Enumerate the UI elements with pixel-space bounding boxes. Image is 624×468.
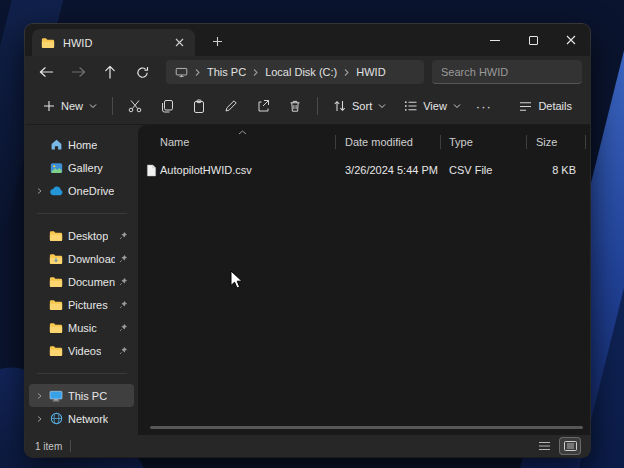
chevron-down-icon (89, 103, 97, 109)
share-icon (256, 99, 270, 113)
folder-icon (48, 253, 64, 265)
sidebar-item-label: Downloads (68, 253, 115, 265)
back-button[interactable] (38, 66, 54, 78)
sidebar-item-onedrive[interactable]: OneDrive (29, 179, 134, 202)
details-view-icon (564, 441, 577, 451)
desktop: HWID (0, 0, 624, 468)
pin-icon (119, 254, 128, 263)
sidebar-item-downloads[interactable]: Downloads (29, 247, 134, 270)
view-button-label: View (423, 100, 447, 112)
share-button[interactable] (248, 93, 278, 119)
sidebar-item-music[interactable]: Music (29, 316, 134, 339)
chevron-down-icon (378, 103, 386, 109)
plus-icon (43, 100, 55, 112)
explorer-tab[interactable]: HWID (32, 29, 195, 56)
sidebar-item-pictures[interactable]: Pictures (29, 293, 134, 316)
status-separator (70, 440, 71, 452)
item-count: 1 item (35, 441, 62, 452)
tab-close-icon[interactable] (171, 35, 187, 51)
details-button-label: Details (538, 100, 572, 112)
folder-icon (40, 37, 56, 49)
refresh-button[interactable] (134, 66, 150, 79)
sidebar-item-label: Videos (68, 345, 101, 357)
sidebar-item-label: This PC (68, 390, 107, 402)
chevron-down-icon (453, 103, 461, 109)
breadcrumb[interactable]: This PC Local Disk (C:) HWID (166, 60, 424, 84)
details-pane-button[interactable]: Details (511, 94, 580, 118)
sidebar-item-documents[interactable]: Documents (29, 270, 134, 293)
sidebar-item-gallery[interactable]: Gallery (29, 156, 134, 179)
expand-chevron-icon (36, 187, 43, 195)
copy-button[interactable] (152, 93, 182, 119)
sidebar-item-label: Pictures (68, 299, 108, 311)
status-bar: 1 item (25, 435, 590, 457)
folder-icon (48, 299, 64, 311)
minimize-button[interactable] (476, 24, 514, 56)
folder-icon (48, 322, 64, 334)
paste-button[interactable] (184, 93, 214, 119)
horizontal-scrollbar[interactable] (150, 426, 583, 429)
sidebar-item-label: Home (68, 139, 97, 151)
column-header-type[interactable]: Type (441, 134, 527, 150)
file-row[interactable]: AutopilotHWID.csv 3/26/2024 5:44 PM CSV … (138, 159, 590, 181)
sidebar-item-desktop[interactable]: Desktop (29, 224, 134, 247)
expand-chevron-icon (36, 392, 43, 400)
delete-icon (288, 99, 302, 113)
sort-icon (333, 100, 346, 112)
up-button[interactable] (102, 65, 118, 79)
file-list-pane: Name Date modified Type Size AutopilotHW… (138, 125, 590, 435)
sidebar-item-label: Desktop (68, 230, 108, 242)
column-header-size[interactable]: Size (527, 134, 586, 150)
pin-icon (119, 231, 128, 240)
breadcrumb-this-pc[interactable]: This PC (207, 66, 246, 78)
sidebar-item-network[interactable]: Network (29, 407, 134, 430)
chevron-right-icon (194, 68, 201, 77)
copy-icon (160, 99, 174, 113)
document-icon (146, 164, 157, 177)
folder-icon (48, 230, 64, 242)
sort-button[interactable]: Sort (325, 94, 394, 118)
column-header-date-modified[interactable]: Date modified (336, 134, 441, 150)
expand-chevron-icon (36, 415, 43, 423)
forward-button[interactable] (70, 66, 86, 78)
folder-icon (48, 345, 64, 357)
sidebar-item-label: Music (68, 322, 97, 334)
navigation-sidebar: Home Gallery OneDrive (25, 125, 138, 435)
close-button[interactable] (552, 24, 590, 56)
maximize-button[interactable] (514, 24, 552, 56)
pin-icon (119, 323, 128, 332)
pin-icon (119, 300, 128, 309)
rename-icon (224, 99, 238, 113)
file-size: 8 KB (527, 162, 586, 178)
view-button[interactable]: View (396, 94, 469, 118)
tab-title: HWID (63, 37, 92, 49)
rename-button[interactable] (216, 93, 246, 119)
list-view-toggle[interactable] (534, 438, 554, 454)
more-options-button[interactable]: ··· (471, 99, 497, 114)
chevron-right-icon (343, 68, 350, 77)
sort-ascending-icon (238, 130, 247, 135)
delete-button[interactable] (280, 93, 310, 119)
list-view-icon (538, 441, 551, 451)
new-tab-button[interactable] (209, 33, 225, 49)
maximize-icon (529, 36, 538, 45)
onedrive-cloud-icon (48, 186, 64, 196)
search-input[interactable] (432, 60, 582, 84)
column-header-name[interactable]: Name (138, 134, 336, 150)
file-name: AutopilotHWID.csv (160, 162, 252, 178)
sort-button-label: Sort (352, 100, 372, 112)
command-toolbar: New Sort (25, 88, 590, 125)
breadcrumb-local-disk[interactable]: Local Disk (C:) (265, 66, 337, 78)
toolbar-separator (317, 97, 318, 115)
details-view-toggle[interactable] (560, 438, 580, 454)
sidebar-item-home[interactable]: Home (29, 133, 134, 156)
new-button-label: New (61, 100, 83, 112)
file-type: CSV File (441, 162, 527, 178)
sidebar-item-videos[interactable]: Videos (29, 339, 134, 362)
new-button[interactable]: New (35, 94, 105, 118)
home-icon (48, 138, 64, 151)
breadcrumb-hwid[interactable]: HWID (356, 66, 385, 78)
cut-button[interactable] (120, 93, 150, 119)
pin-icon (119, 277, 128, 286)
sidebar-item-this-pc[interactable]: This PC (29, 384, 134, 407)
